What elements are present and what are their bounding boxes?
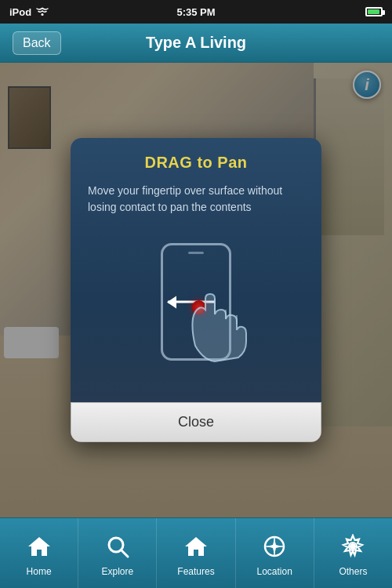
tab-bar: Home Explore Features L [0, 517, 392, 588]
features-icon [183, 534, 209, 563]
location-icon [262, 534, 287, 563]
others-icon [340, 534, 365, 563]
tab-features[interactable]: Features [157, 518, 235, 588]
nav-bar: Back Type A Living [0, 24, 392, 63]
gesture-illustration [88, 231, 304, 372]
svg-line-5 [122, 550, 128, 557]
tab-others-label: Others [339, 566, 367, 577]
tab-home[interactable]: Home [0, 518, 78, 588]
tab-others[interactable]: Others [314, 518, 392, 588]
modal-overlay: DRAG to Pan Move your fingertip over sur… [0, 63, 392, 517]
status-bar: iPod 5:35 PM [0, 0, 392, 24]
time-display: 5:35 PM [176, 6, 215, 18]
device-label: iPod [9, 6, 31, 18]
tab-features-label: Features [177, 566, 214, 577]
svg-point-9 [350, 543, 356, 550]
tab-explore[interactable]: Explore [78, 518, 157, 588]
close-button[interactable]: Close [71, 402, 321, 442]
home-icon [27, 534, 52, 563]
battery-icon [365, 7, 383, 16]
tab-location[interactable]: Location [236, 518, 314, 588]
explore-icon [105, 534, 130, 563]
svg-point-0 [42, 13, 44, 16]
tab-location-label: Location [257, 566, 292, 577]
modal-content: DRAG to Pan Move your fingertip over sur… [71, 138, 321, 402]
modal-box: DRAG to Pan Move your fingertip over sur… [71, 138, 321, 442]
tab-explore-label: Explore [101, 566, 133, 577]
page-title: Type A Living [146, 34, 246, 52]
wifi-icon [36, 5, 49, 18]
modal-description: Move your fingertip over surface without… [88, 183, 304, 216]
modal-title: DRAG to Pan [88, 154, 304, 172]
hand-icon [168, 275, 262, 372]
tab-home-label: Home [27, 566, 52, 577]
back-button[interactable]: Back [13, 31, 61, 55]
